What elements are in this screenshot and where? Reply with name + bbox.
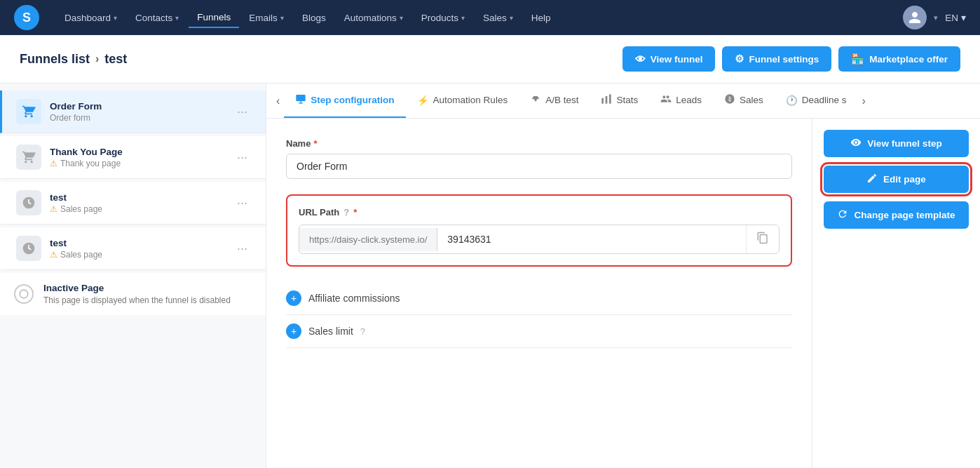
main-layout: Order Form Order form ··· Thank You Page… [0,83,980,468]
nav-sales[interactable]: Sales ▾ [475,8,522,27]
chevron-down-icon: ▾ [114,14,117,22]
sidebar-item-more-icon[interactable]: ··· [233,194,252,212]
refresh-icon [837,208,848,222]
nav-blogs[interactable]: Blogs [294,8,334,27]
sales-limit-label: Sales limit [308,326,353,337]
breadcrumb-separator: › [95,53,99,65]
nav-products[interactable]: Products ▾ [413,8,473,27]
sidebar-item-order-form[interactable]: Order Form Order form ··· [0,91,266,133]
sidebar-item-info: test ⚠ Sales page [50,238,224,260]
avatar-chevron-icon: ▾ [934,13,938,22]
warn-icon: ⚠ [50,250,57,260]
svg-rect-6 [602,98,604,104]
sidebar-item-info: Order Form Order form [50,101,224,123]
tab-stats[interactable]: Stats [590,83,649,118]
chevron-down-icon: ▾ [461,14,465,22]
sidebar-item-thank-you[interactable]: Thank You Page ⚠ Thank you page ··· [0,136,266,179]
nav-automations[interactable]: Automations ▾ [336,8,411,27]
tab-leads[interactable]: Leads [649,83,713,118]
tab-scroll-left[interactable]: ‹ [272,95,284,107]
tab-sales[interactable]: Sales [713,83,775,118]
edit-page-button[interactable]: Edit page [824,166,969,193]
topnav-right: ▾ EN ▾ [903,6,966,29]
sidebar-item-test-1[interactable]: test ⚠ Sales page ··· [0,182,266,225]
inactive-info: Inactive Page This page is displayed whe… [43,283,252,305]
sidebar-inactive-page[interactable]: Inactive Page This page is displayed whe… [0,273,266,315]
warn-icon: ⚠ [50,159,57,168]
chevron-down-icon: ▾ [280,14,284,22]
sidebar: Order Form Order form ··· Thank You Page… [0,83,266,468]
nav-help[interactable]: Help [523,8,559,27]
sidebar-item-more-icon[interactable]: ··· [233,240,252,258]
inactive-icon [14,284,34,304]
expand-sales-limit-icon: + [286,323,301,339]
nav-emails[interactable]: Emails ▾ [240,8,292,27]
tab-step-configuration[interactable]: Step configuration [284,83,405,118]
inactive-desc: This page is displayed when the funnel i… [43,295,252,305]
url-help-icon[interactable]: ? [343,207,349,218]
market-icon: 🏪 [851,53,864,65]
right-panel: View funnel step Edit page Change page t… [812,119,980,468]
tab-scroll-right[interactable]: › [858,95,870,107]
sidebar-item-title: test [50,238,224,248]
svg-point-2 [20,290,28,298]
inactive-title: Inactive Page [43,283,252,293]
nav-dashboard[interactable]: Dashboard ▾ [56,8,125,27]
sidebar-item-info: test ⚠ Sales page [50,192,224,214]
sales-icon [724,93,735,107]
svg-rect-8 [609,94,611,103]
avatar[interactable] [903,6,927,29]
svg-rect-3 [297,95,306,101]
marketplace-offer-button[interactable]: 🏪 Marketplace offer [838,46,960,72]
name-field-group: Name * [286,138,792,179]
change-template-button[interactable]: Change page template [824,201,969,229]
expand-affiliate-icon: + [286,290,301,306]
language-selector[interactable]: EN ▾ [945,12,966,23]
breadcrumb-root[interactable]: Funnels list [20,52,90,67]
affiliate-commissions-row[interactable]: + Affiliate commissions [286,282,792,315]
url-required-indicator: * [353,207,357,218]
funnel-settings-button[interactable]: ⚙ Funnel settings [722,46,831,72]
sales-limit-help-icon[interactable]: ? [360,326,365,337]
name-input[interactable] [286,154,792,179]
sidebar-item-test-2[interactable]: test ⚠ Sales page ··· [0,227,266,270]
breadcrumb: Funnels list › test [20,52,127,67]
sidebar-icon-cart [16,99,41,124]
nav-funnels[interactable]: Funnels [189,8,239,28]
sidebar-item-info: Thank You Page ⚠ Thank you page [50,147,224,168]
tab-automation-rules[interactable]: ⚡ Automation Rules [406,85,519,117]
form-area: Name * URL Path ? * https://daisy-click.… [266,119,812,468]
lang-chevron-icon: ▾ [961,12,966,23]
sidebar-icon-thank-you [16,145,41,170]
url-path-input[interactable] [437,227,746,251]
url-path-label: URL Path ? * [299,207,780,218]
url-path-input-wrapper: https://daisy-click.systeme.io/ [299,225,780,254]
header-actions: 👁 View funnel ⚙ Funnel settings 🏪 Market… [622,46,960,72]
sales-limit-row[interactable]: + Sales limit ? [286,315,792,348]
affiliate-label: Affiliate commissions [308,293,400,304]
sidebar-item-sub: ⚠ Sales page [50,204,224,214]
tabs-bar: ‹ Step configuration ⚡ Automation Rules … [266,83,980,119]
view-funnel-step-button[interactable]: View funnel step [824,130,969,157]
sidebar-item-more-icon[interactable]: ··· [233,103,252,121]
content-body: Name * URL Path ? * https://daisy-click.… [266,119,980,468]
topnav: S Dashboard ▾ Contacts ▾ Funnels Emails … [0,0,980,35]
url-prefix: https://daisy-click.systeme.io/ [299,228,437,251]
warn-icon: ⚠ [50,204,57,214]
sidebar-item-more-icon[interactable]: ··· [233,149,252,166]
nav-contacts[interactable]: Contacts ▾ [127,8,187,27]
sidebar-icon-sales-1 [16,190,41,215]
view-funnel-button[interactable]: 👁 View funnel [622,46,716,72]
gear-icon: ⚙ [735,53,744,65]
svg-rect-7 [606,96,608,104]
page-header: Funnels list › test 👁 View funnel ⚙ Funn… [0,35,980,83]
content-area: ‹ Step configuration ⚡ Automation Rules … [266,83,980,468]
sidebar-item-title: test [50,192,224,203]
required-indicator: * [313,138,317,149]
tab-deadline[interactable]: 🕐 Deadline s [775,85,858,117]
chevron-down-icon: ▾ [510,14,513,22]
app-logo[interactable]: S [14,5,39,30]
ab-icon [530,93,541,107]
url-copy-button[interactable] [746,225,779,253]
tab-ab-test[interactable]: A/B test [519,83,590,118]
